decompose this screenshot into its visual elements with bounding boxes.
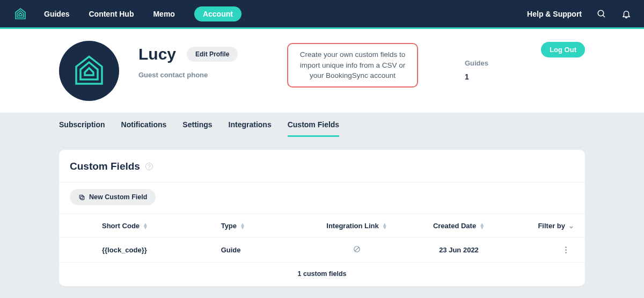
table-row[interactable]: {{lock_code}} Guide 23 Jun 2022 — [59, 238, 585, 262]
chevron-down-icon: ⌄ — [568, 222, 574, 230]
nav-content-hub[interactable]: Content Hub — [89, 10, 134, 18]
svg-rect-3 — [79, 195, 83, 199]
cell-type: Guide — [221, 246, 306, 254]
profile-section: Lucy Edit Profile Guest contact phone Cr… — [0, 29, 644, 113]
blocked-icon — [353, 245, 361, 253]
new-custom-field-label: New Custom Field — [89, 193, 147, 201]
table-head: Short Code ▲▼ Type ▲▼ Integration Link ▲… — [59, 214, 585, 238]
profile-subtitle: Guest contact phone — [138, 71, 238, 79]
topbar: Guides Content Hub Memo Account Help & S… — [0, 0, 644, 29]
profile-name: Lucy — [138, 45, 176, 63]
card-title: Custom Fields — [70, 161, 140, 172]
th-integration-link[interactable]: Integration Link ▲▼ — [306, 222, 408, 230]
tab-integrations[interactable]: Integrations — [229, 120, 272, 137]
nav-items: Guides Content Hub Memo Account — [44, 6, 241, 21]
bell-icon[interactable] — [621, 9, 631, 19]
card-wrap: Custom Fields ? New Custom Field Short C… — [0, 137, 644, 290]
sort-icon: ▲▼ — [143, 223, 148, 229]
row-menu-button[interactable] — [510, 246, 574, 253]
help-icon[interactable]: ? — [145, 163, 153, 170]
sort-icon: ▲▼ — [479, 223, 485, 229]
logout-button[interactable]: Log Out — [541, 42, 585, 57]
copy-icon — [78, 194, 85, 201]
th-short-code[interactable]: Short Code ▲▼ — [102, 222, 221, 230]
cell-integration-link — [306, 245, 408, 255]
logo-icon[interactable] — [13, 6, 28, 21]
stat-value: 1 — [465, 72, 488, 81]
nav-guides[interactable]: Guides — [44, 10, 69, 18]
svg-rect-2 — [80, 196, 84, 200]
filter-by-dropdown[interactable]: Filter by ⌄ — [510, 222, 574, 230]
avatar — [59, 41, 119, 101]
nav-right: Help & Support — [527, 9, 631, 19]
tab-custom-fields[interactable]: Custom Fields — [288, 120, 339, 137]
search-icon[interactable] — [597, 9, 606, 19]
svg-line-1 — [603, 15, 605, 17]
help-support-link[interactable]: Help & Support — [527, 10, 582, 18]
tab-subscription[interactable]: Subscription — [59, 120, 105, 137]
card-toolbar: New Custom Field — [59, 182, 585, 214]
stat-label: Guides — [465, 59, 488, 67]
custom-fields-table: Short Code ▲▼ Type ▲▼ Integration Link ▲… — [59, 214, 585, 286]
account-tabs: Subscription Notifications Settings Inte… — [0, 113, 644, 137]
nav-memo[interactable]: Memo — [153, 10, 174, 18]
th-created-date[interactable]: Created Date ▲▼ — [408, 222, 510, 230]
new-custom-field-button[interactable]: New Custom Field — [70, 189, 156, 205]
tab-notifications[interactable]: Notifications — [121, 120, 167, 137]
cell-created-date: 23 Jun 2022 — [408, 246, 510, 254]
edit-profile-button[interactable]: Edit Profile — [187, 47, 238, 62]
card-header: Custom Fields ? — [59, 150, 585, 182]
svg-point-0 — [598, 10, 604, 16]
th-type[interactable]: Type ▲▼ — [221, 222, 306, 230]
tab-settings[interactable]: Settings — [182, 120, 212, 137]
sort-icon: ▲▼ — [382, 223, 387, 229]
nav-account[interactable]: Account — [194, 6, 241, 21]
custom-fields-card: Custom Fields ? New Custom Field Short C… — [59, 150, 585, 286]
sort-icon: ▲▼ — [240, 223, 245, 229]
svg-line-5 — [355, 247, 359, 251]
profile-info: Lucy Edit Profile Guest contact phone — [138, 41, 238, 79]
cell-short-code: {{lock_code}} — [102, 246, 221, 254]
callout-annotation: Create your own custom fields to import … — [287, 43, 418, 88]
table-footer: 1 custom fields — [59, 262, 585, 286]
